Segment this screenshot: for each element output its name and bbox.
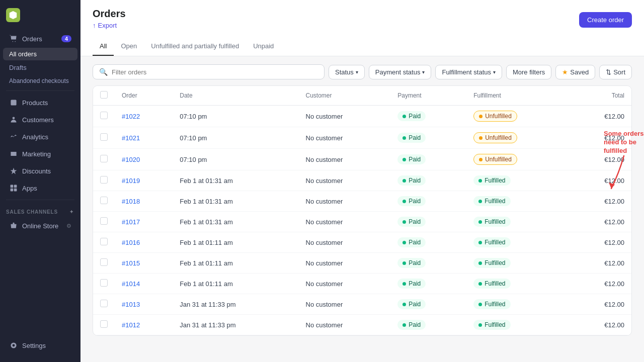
order-link[interactable]: #1015 (122, 259, 140, 267)
row-checkbox-cell (93, 315, 115, 335)
cell-total: €12.00 (570, 127, 631, 149)
table-row: #1017Feb 1 at 01:31 amNo customerPaidFul… (93, 212, 631, 232)
select-all-col (93, 86, 115, 106)
tab-all[interactable]: All (93, 37, 114, 56)
row-checkbox[interactable] (100, 300, 108, 307)
products-icon (9, 98, 18, 107)
logo-icon (6, 8, 20, 22)
sidebar-item-analytics[interactable]: Analytics (3, 129, 77, 145)
orders-icon (9, 34, 18, 43)
sidebar-item-products[interactable]: Products (3, 95, 77, 111)
select-all-checkbox[interactable] (100, 91, 108, 99)
cell-customer: No customer (299, 106, 391, 127)
saved-button[interactable]: ★ Saved (555, 65, 595, 79)
more-filters-button[interactable]: More filters (506, 65, 551, 79)
main-content: Some orders need to be fulfilled Orders … (80, 0, 644, 362)
create-order-button[interactable]: Create order (579, 12, 632, 28)
sidebar-item-analytics-label: Analytics (22, 133, 48, 141)
sidebar-item-customers[interactable]: Customers (3, 112, 77, 128)
cell-fulfillment: Fulfilled (466, 253, 570, 274)
cell-order-id: #1019 (115, 170, 173, 191)
analytics-icon (9, 132, 18, 141)
tab-unfulfilled[interactable]: Unfulfilled and partially fulfilled (144, 37, 246, 56)
sidebar-item-drafts[interactable]: Drafts (3, 61, 77, 74)
order-link[interactable]: #1021 (122, 134, 140, 142)
cell-fulfillment: Fulfilled (466, 232, 570, 253)
cell-payment: Paid (390, 232, 466, 253)
payment-badge: Paid (397, 175, 426, 186)
svg-rect-2 (11, 189, 14, 192)
fulfillment-badge: Unfulfilled (473, 111, 517, 122)
svg-rect-0 (11, 185, 14, 188)
cell-date: Feb 1 at 01:11 am (173, 253, 298, 274)
orders-badge: 4 (61, 35, 71, 42)
online-store-settings-icon[interactable]: ⚙ (66, 223, 71, 229)
row-checkbox[interactable] (100, 279, 108, 287)
row-checkbox[interactable] (100, 155, 108, 162)
cell-date: Feb 1 at 01:11 am (173, 232, 298, 253)
status-filter-button[interactable]: Status ▾ (329, 65, 365, 79)
sidebar-item-abandoned[interactable]: Abandoned checkouts (3, 75, 77, 87)
tab-open[interactable]: Open (114, 37, 144, 56)
order-link[interactable]: #1016 (122, 239, 140, 246)
sidebar-item-settings[interactable]: Settings (3, 337, 77, 353)
tab-unpaid[interactable]: Unpaid (246, 37, 281, 56)
order-link[interactable]: #1018 (122, 198, 140, 205)
order-link[interactable]: #1013 (122, 301, 140, 308)
payment-badge: Paid (397, 258, 426, 268)
order-link[interactable]: #1012 (122, 321, 140, 329)
customers-icon (9, 115, 18, 124)
fulfillment-badge: Fulfilled (473, 196, 510, 206)
cell-date: Feb 1 at 01:11 am (173, 274, 298, 294)
sidebar-item-customers-label: Customers (22, 116, 54, 124)
title-row: Orders ↑ Export Create order (93, 8, 632, 37)
sidebar-item-marketing[interactable]: Marketing (3, 146, 77, 162)
row-checkbox[interactable] (100, 133, 108, 141)
row-checkbox[interactable] (100, 258, 108, 266)
cell-payment: Paid (390, 274, 466, 294)
cell-fulfillment: Fulfilled (466, 191, 570, 212)
sidebar-item-apps[interactable]: Apps (3, 180, 77, 196)
order-link[interactable]: #1022 (122, 113, 140, 120)
fulfillment-badge: Fulfilled (473, 320, 510, 330)
table-row: #1019Feb 1 at 01:31 amNo customerPaidFul… (93, 170, 631, 191)
add-sales-channel-button[interactable]: ＋ (69, 208, 74, 215)
sort-button[interactable]: ⇅ Sort (599, 65, 632, 79)
payment-badge: Paid (397, 237, 426, 247)
sales-channels-label: SALES CHANNELS (6, 209, 58, 215)
row-checkbox[interactable] (100, 112, 108, 119)
export-button[interactable]: ↑ Export (93, 20, 117, 31)
sidebar-item-orders[interactable]: Orders 4 (3, 31, 77, 47)
cell-total: €12.00 (570, 170, 631, 191)
row-checkbox[interactable] (100, 176, 108, 184)
row-checkbox[interactable] (100, 197, 108, 204)
cell-payment: Paid (390, 127, 466, 149)
payment-status-filter-button[interactable]: Payment status ▾ (369, 65, 432, 79)
col-date: Date (173, 86, 298, 106)
sidebar-item-products-label: Products (22, 99, 48, 107)
sidebar-item-discounts[interactable]: Discounts (3, 163, 77, 179)
cell-payment: Paid (390, 191, 466, 212)
search-input[interactable] (112, 68, 318, 76)
orders-table: Order Date Customer Payment Fulfillment … (93, 86, 631, 335)
col-fulfillment: Fulfillment (466, 86, 570, 106)
sidebar-item-online-store[interactable]: Online Store ⚙ (3, 218, 77, 234)
cell-date: Jan 31 at 11:33 pm (173, 294, 298, 315)
sales-channels-section: SALES CHANNELS ＋ (0, 203, 80, 217)
row-checkbox[interactable] (100, 320, 108, 328)
order-link[interactable]: #1019 (122, 177, 140, 185)
cell-fulfillment: Fulfilled (466, 212, 570, 232)
order-link[interactable]: #1020 (122, 156, 140, 163)
row-checkbox[interactable] (100, 238, 108, 245)
row-checkbox[interactable] (100, 217, 108, 225)
order-link[interactable]: #1017 (122, 218, 140, 226)
row-checkbox-cell (93, 170, 115, 191)
cell-customer: No customer (299, 127, 391, 149)
fulfillment-status-chevron-icon: ▾ (493, 69, 496, 75)
fulfillment-status-filter-button[interactable]: Fulfillment status ▾ (435, 65, 502, 79)
sidebar-item-all-orders[interactable]: All orders (3, 48, 77, 60)
order-link[interactable]: #1014 (122, 280, 140, 288)
table-row: #102007:10 pmNo customerPaidUnfulfilled€… (93, 149, 631, 170)
row-checkbox-cell (93, 212, 115, 232)
cell-order-id: #1017 (115, 212, 173, 232)
